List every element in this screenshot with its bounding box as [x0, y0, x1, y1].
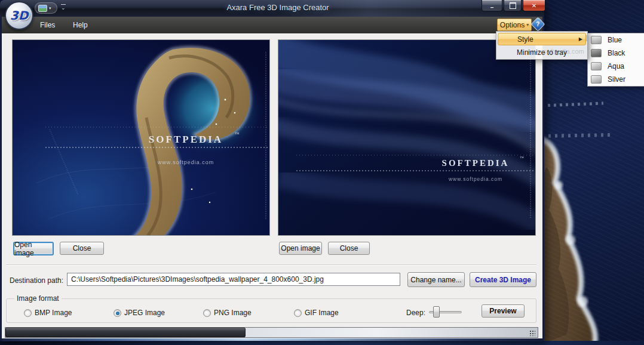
create-3d-image-button[interactable]: Create 3D Image	[470, 272, 536, 287]
radio-png[interactable]	[203, 309, 211, 317]
trademark-symbol: ™	[520, 156, 524, 161]
destination-path-input[interactable]	[67, 273, 400, 286]
left-image-panel: SOFTPEDIA ™ www.softpedia.com	[12, 39, 270, 236]
close-image-button-right[interactable]: Close	[328, 242, 370, 255]
submenu-item-black[interactable]: Black	[588, 47, 644, 60]
desktop-bottom-strip	[0, 341, 644, 345]
deep-label: Deep:	[406, 309, 425, 317]
maximize-icon	[510, 2, 516, 9]
softpedia-url-watermark: www.softpedia.com	[157, 159, 214, 165]
right-image: SOFTPEDIA ™ www.softpedia.com	[278, 40, 535, 235]
window-title: Axara Free 3D Image Creator	[197, 3, 358, 12]
maximize-button[interactable]	[504, 0, 522, 11]
minimize-icon: –	[490, 4, 494, 11]
image-format-legend: Image format	[14, 294, 62, 303]
scrollbar-thumb[interactable]	[5, 328, 246, 337]
toolbar-overflow-chevron-icon[interactable]: ⌄	[61, 4, 66, 11]
deep-slider-thumb[interactable]	[433, 306, 440, 318]
separator-line	[6, 264, 536, 266]
right-image-panel: SOFTPEDIA ™ www.softpedia.com	[278, 39, 536, 236]
close-image-button-left[interactable]: Close	[60, 242, 104, 255]
image-thumbnail-icon	[38, 5, 47, 12]
menu-help[interactable]: Help	[68, 17, 93, 33]
dropdown-arrow-icon: ▾	[526, 22, 529, 27]
options-menu-button[interactable]: Options ▾	[497, 19, 532, 31]
close-icon: ✕	[532, 2, 536, 9]
softpedia-url-watermark: www.softpedia.com	[448, 176, 502, 182]
menu-item-style[interactable]: Style ▶	[498, 33, 586, 45]
app-window: Axara Free 3D Image Creator 3D ▾ ⌄ – ✕ F…	[0, 0, 544, 341]
submenu-item-blue[interactable]: Blue	[588, 33, 644, 47]
radio-jpeg[interactable]	[114, 309, 121, 317]
close-button[interactable]: ✕	[523, 0, 545, 11]
titlebar: Axara Free 3D Image Creator	[0, 0, 544, 17]
softpedia-watermark: SOFTPEDIA	[442, 158, 510, 168]
style-preview-icon	[591, 36, 602, 44]
destination-path-label: Destination path:	[10, 276, 63, 285]
style-submenu: Blue Black Aqua Silver	[587, 33, 644, 87]
radio-bmp[interactable]	[24, 309, 32, 317]
radio-gif-label[interactable]: GIF Image	[305, 309, 339, 317]
submenu-item-silver[interactable]: Silver	[588, 73, 644, 86]
open-image-button-left[interactable]: Open image	[13, 242, 54, 255]
horizontal-scrollbar[interactable]	[5, 327, 538, 338]
radio-bmp-label[interactable]: BMP Image	[35, 309, 72, 317]
window-controls: – ✕	[482, 0, 545, 11]
menu-files[interactable]: Files	[35, 17, 60, 33]
left-image: SOFTPEDIA ™ www.softpedia.com	[13, 40, 269, 235]
dropdown-arrow-icon: ▾	[49, 6, 51, 10]
style-preview-icon	[591, 62, 602, 70]
submenu-arrow-icon: ▶	[579, 36, 582, 42]
change-name-button[interactable]: Change name...	[407, 272, 465, 287]
radio-gif[interactable]	[294, 309, 302, 317]
open-image-button-right[interactable]: Open image	[279, 242, 322, 255]
app-logo-3d-icon: 3D	[5, 1, 33, 30]
style-preview-icon	[591, 75, 602, 84]
options-dropdown-menu: SOFTPEDIA www.softpedia.com Style ▶ Mini…	[496, 31, 588, 60]
trademark-symbol: ™	[235, 131, 240, 137]
style-preview-icon	[591, 49, 602, 57]
radio-png-label[interactable]: PNG Image	[214, 309, 252, 317]
help-icon[interactable]: ?	[530, 17, 545, 31]
minimize-button[interactable]: –	[482, 0, 502, 11]
menubar: Files Help Options ▾ ?	[2, 17, 542, 34]
menu-item-minimize-to-tray[interactable]: Minimize to tray	[498, 47, 586, 58]
radio-jpeg-label[interactable]: JPEG Image	[124, 309, 165, 317]
resize-grip-icon[interactable]	[529, 330, 535, 336]
submenu-item-aqua[interactable]: Aqua	[588, 60, 644, 73]
softpedia-watermark: SOFTPEDIA	[149, 134, 223, 145]
preview-button[interactable]: Preview	[482, 304, 525, 318]
quick-access-toolbar-button[interactable]: ▾	[35, 2, 57, 14]
